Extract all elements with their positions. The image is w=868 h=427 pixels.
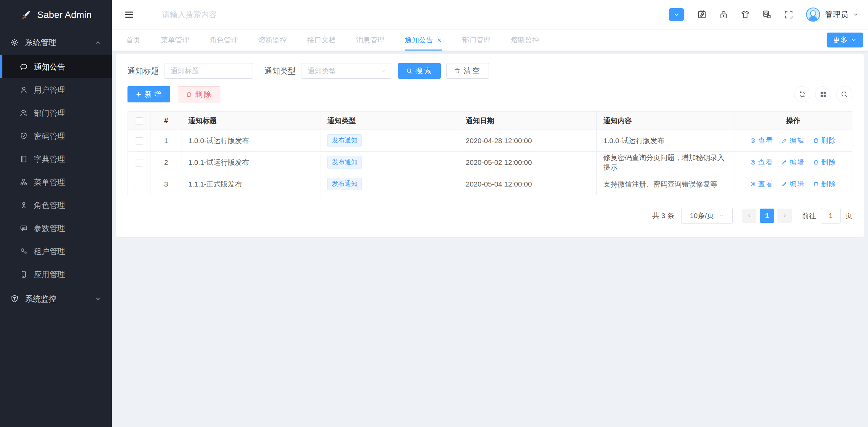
notice-card: 通知标题 通知类型 通知类型 搜索 清空 (116, 54, 864, 237)
sidebar-item-notice[interactable]: 通知公告 (0, 55, 112, 78)
tab-label: 部门管理 (462, 35, 491, 45)
sidebar-item-tenant[interactable]: 租户管理 (0, 240, 112, 263)
pagination: 共 3 条 10条/页 1 前往 页 (127, 208, 852, 224)
sword-icon (20, 9, 32, 21)
page-size-select[interactable]: 10条/页 (681, 208, 733, 224)
view-label: 查看 (758, 179, 774, 189)
search-button[interactable]: 搜索 (398, 63, 441, 79)
col-content: 通知内容 (596, 112, 734, 130)
next-page-button[interactable] (777, 209, 792, 223)
view-icon (750, 159, 756, 166)
row-checkbox[interactable] (136, 137, 143, 145)
delete-button[interactable]: 删除 (178, 86, 220, 102)
sidebar-group-label: 系统监控 (25, 294, 94, 304)
tab-label: 通知公告 (405, 35, 433, 45)
sidebar-item-user[interactable]: 用户管理 (0, 78, 112, 101)
col-type: 通知类型 (320, 112, 459, 130)
delete-link[interactable]: 删除 (813, 158, 837, 167)
tab-dept-mgmt[interactable]: 部门管理 (462, 30, 491, 51)
sidebar-group-system-manage[interactable]: 系统管理 (0, 30, 112, 55)
delete-link[interactable]: 删除 (813, 179, 837, 189)
type-tag: 发布通知 (327, 134, 362, 147)
row-checkbox[interactable] (136, 159, 143, 167)
chevron-right-icon (782, 213, 788, 219)
view-link[interactable]: 查看 (750, 179, 774, 189)
row-content: 支持微信注册、密码查询错误修复等 (596, 173, 734, 195)
tab-menu-mgmt[interactable]: 菜单管理 (161, 30, 189, 51)
user-menu[interactable]: 管理员 (805, 7, 859, 22)
table-row: 1 1.0.0-试运行版发布 发布通知 2020-04-28 12:00:00 … (128, 130, 852, 152)
row-checkbox[interactable] (136, 181, 143, 188)
trash-icon (813, 159, 819, 166)
tab-circuit-monitor[interactable]: 熔断监控 (258, 30, 287, 51)
select-all-checkbox[interactable] (136, 117, 143, 125)
tab-circuit-monitor-2[interactable]: 熔断监控 (511, 30, 539, 51)
view-link[interactable]: 查看 (750, 158, 774, 167)
tab-label: 熔断监控 (258, 35, 287, 45)
row-actions: 查看 编辑 删除 (741, 158, 845, 167)
edit-link[interactable]: 编辑 (781, 136, 805, 145)
panel-toggle-icon[interactable] (668, 7, 685, 22)
sidebar-group-system-monitor[interactable]: 系统监控 (0, 286, 112, 312)
columns-grid-icon[interactable] (815, 86, 831, 102)
page-unit-label: 页 (845, 211, 852, 220)
sidebar-item-param[interactable]: 参数管理 (0, 217, 112, 240)
sidebar-item-dict[interactable]: 字典管理 (0, 148, 112, 171)
sidebar-item-password[interactable]: 密码管理 (0, 124, 112, 148)
row-date: 2020-05-04 12:00:00 (459, 173, 596, 195)
tools-icon[interactable] (697, 9, 707, 20)
type-filter-label: 通知类型 (264, 66, 296, 76)
theme-shirt-icon[interactable] (740, 9, 750, 20)
trash-icon (813, 137, 819, 144)
search-toggle-icon[interactable] (836, 86, 852, 102)
sidebar-item-role[interactable]: 角色管理 (0, 194, 112, 217)
col-index: # (151, 112, 181, 130)
sidebar-item-label: 参数管理 (34, 223, 65, 234)
page-1-button[interactable]: 1 (760, 209, 774, 223)
delete-label: 删除 (821, 158, 837, 167)
shield-t-icon (10, 294, 19, 303)
tab-label: 熔断监控 (511, 35, 539, 45)
lock-icon[interactable] (718, 9, 729, 20)
sidebar-item-label: 字典管理 (34, 154, 65, 164)
refresh-icon[interactable] (794, 86, 810, 102)
tab-role-mgmt[interactable]: 角色管理 (210, 30, 238, 51)
delete-button-label: 删除 (195, 89, 213, 99)
global-search-input[interactable] (162, 10, 304, 19)
tab-label: 消息管理 (356, 35, 384, 45)
view-link[interactable]: 查看 (750, 136, 774, 145)
hamburger-menu-icon[interactable] (124, 9, 134, 20)
tab-api-docs[interactable]: 接口文档 (307, 30, 336, 51)
trash-icon (185, 91, 192, 98)
fullscreen-icon[interactable] (784, 9, 794, 20)
add-button[interactable]: 新增 (127, 86, 170, 102)
chevron-down-icon (852, 11, 859, 18)
prev-page-button[interactable] (742, 209, 756, 223)
user-icon (20, 86, 28, 94)
more-tabs-button[interactable]: 更多 (827, 33, 863, 47)
goto-page-input[interactable] (821, 208, 841, 224)
tab-notice[interactable]: 通知公告 (405, 30, 442, 51)
clear-button[interactable]: 清空 (446, 63, 489, 79)
app-root: Saber Admin 系统管理 通知公告 (0, 0, 868, 427)
app-logo: Saber Admin (0, 0, 112, 30)
sidebar-item-menu[interactable]: 菜单管理 (0, 171, 112, 194)
edit-link[interactable]: 编辑 (781, 179, 805, 189)
edit-link[interactable]: 编辑 (781, 158, 805, 167)
tabs: 首页 菜单管理 角色管理 熔断监控 接口文档 消息管理 通知公告 部门管理 熔断… (126, 30, 539, 51)
title-filter-input[interactable] (164, 63, 253, 79)
sidebar-item-dept[interactable]: 部门管理 (0, 101, 112, 124)
sidebar-item-app[interactable]: 应用管理 (0, 263, 112, 286)
row-date: 2020-05-02 12:00:00 (459, 152, 596, 173)
key-icon (20, 247, 28, 255)
close-icon[interactable] (437, 38, 442, 43)
tab-message-mgmt[interactable]: 消息管理 (356, 30, 384, 51)
tab-home[interactable]: 首页 (126, 30, 140, 51)
chevron-left-icon (746, 213, 752, 219)
users-icon (20, 109, 28, 117)
goto-label: 前往 (802, 211, 816, 220)
type-filter-select[interactable]: 通知类型 (301, 63, 391, 79)
delete-link[interactable]: 删除 (813, 136, 837, 145)
translate-icon[interactable] (762, 9, 772, 20)
plus-icon (135, 91, 142, 98)
